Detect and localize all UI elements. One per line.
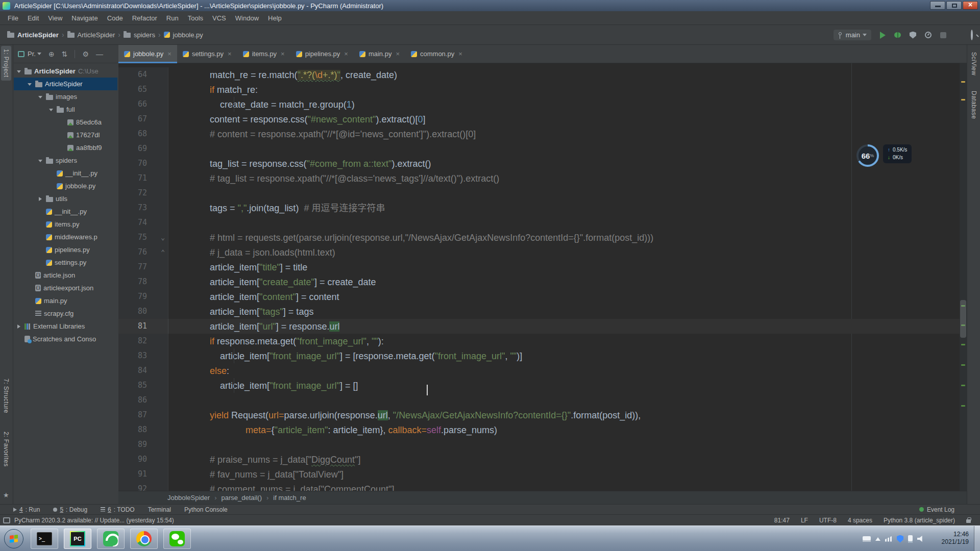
taskbar-app-green-app[interactable]: [97, 529, 125, 549]
tree-item-jobbole.py[interactable]: jobbole.py: [14, 180, 117, 192]
tree-item-settings.py[interactable]: settings.py: [14, 256, 117, 269]
code-text[interactable]: article_item["content"] = content: [168, 289, 960, 304]
line-number[interactable]: 78: [118, 274, 147, 289]
gutter[interactable]: 76⌃: [118, 245, 168, 260]
code-text[interactable]: # j_data = json.loads(html.text): [168, 245, 960, 260]
line-number[interactable]: 75: [118, 230, 147, 245]
code-text[interactable]: [168, 186, 960, 201]
tree-expand-arrow[interactable]: [37, 157, 43, 164]
line-number[interactable]: 79: [118, 289, 147, 304]
gutter[interactable]: 81: [118, 319, 168, 334]
code-text[interactable]: meta={"article_item": article_item}, cal…: [168, 422, 960, 437]
stripe-tab-favorites[interactable]: 2: Favorites: [1, 429, 11, 470]
menu-item-help[interactable]: Help: [263, 12, 286, 24]
gutter[interactable]: 89: [118, 437, 168, 452]
volume-icon[interactable]: [917, 536, 924, 542]
gutter[interactable]: 65: [118, 82, 168, 97]
tree-item-article.json[interactable]: article.json: [14, 269, 117, 282]
device-icon[interactable]: [908, 535, 913, 543]
code-text[interactable]: article_item["tags"] = tags: [168, 304, 960, 319]
line-number[interactable]: 91: [118, 467, 147, 482]
status-item[interactable]: LF: [801, 517, 808, 524]
code-text[interactable]: article_item["url"] = response.url: [168, 319, 960, 334]
gutter[interactable]: 88: [118, 422, 168, 437]
tab-close-icon[interactable]: ×: [396, 50, 400, 58]
menu-item-run[interactable]: Run: [162, 12, 183, 24]
line-number[interactable]: 74: [118, 215, 147, 230]
gutter[interactable]: 83: [118, 348, 168, 363]
gutter[interactable]: 86: [118, 393, 168, 408]
tab-close-icon[interactable]: ×: [228, 50, 232, 58]
tree-item-utils[interactable]: utils: [14, 192, 117, 205]
show-desktop-button[interactable]: [974, 526, 980, 551]
status-message[interactable]: PyCharm 2020.3.2 available: // Update...…: [14, 517, 174, 524]
tree-item-images[interactable]: images: [14, 90, 117, 103]
line-number[interactable]: 66: [118, 97, 147, 112]
toolwindow-button-debug[interactable]: 5: Debug: [53, 506, 87, 513]
hidden-icons-arrow[interactable]: [875, 535, 880, 541]
gutter[interactable]: 75⌄: [118, 230, 168, 245]
tree-expand-arrow[interactable]: [27, 81, 33, 88]
breadcrumb-item[interactable]: spiders: [124, 31, 155, 39]
line-number[interactable]: 90: [118, 452, 147, 467]
line-number[interactable]: 87: [118, 408, 147, 422]
stripe-tab-project[interactable]: 1: Project: [1, 46, 11, 81]
menu-item-vcs[interactable]: VCS: [208, 12, 231, 24]
network-monitor-widget[interactable]: 66 % ↑0.5K/s ↓0K/s: [856, 144, 912, 167]
gutter[interactable]: 85: [118, 378, 168, 393]
coverage-button[interactable]: [910, 32, 916, 39]
tree-item-articleexport.json[interactable]: articleexport.json: [14, 282, 117, 294]
taskbar-app-wechat[interactable]: [163, 529, 191, 549]
tab-close-icon[interactable]: ×: [458, 50, 462, 58]
gutter[interactable]: 78: [118, 274, 168, 289]
status-item[interactable]: UTF-8: [819, 517, 837, 524]
code-text[interactable]: article_item["front_image_url"] = []: [168, 378, 960, 393]
gutter[interactable]: 71: [118, 171, 168, 186]
breadcrumb-item[interactable]: jobbole.py: [164, 31, 203, 39]
gutter[interactable]: 91: [118, 467, 168, 482]
fold-marker-icon[interactable]: ⌃: [161, 245, 165, 260]
gutter[interactable]: 73: [118, 201, 168, 215]
editor-breadcrumb-item[interactable]: parse_detail(): [221, 494, 262, 502]
tree-item-articlespider[interactable]: ArticleSpider C:\Use: [14, 65, 117, 78]
locate-file-icon[interactable]: ⊕: [48, 50, 55, 58]
tree-expand-arrow[interactable]: [16, 324, 22, 329]
line-number[interactable]: 83: [118, 348, 147, 363]
gutter[interactable]: 72: [118, 186, 168, 201]
gutter[interactable]: 66: [118, 97, 168, 112]
memory-usage-ball[interactable]: 66 %: [856, 144, 879, 167]
error-stripe-scrollbar[interactable]: [960, 63, 967, 491]
line-number[interactable]: 67: [118, 112, 147, 127]
run-button[interactable]: [880, 32, 886, 39]
taskbar-app-cmd[interactable]: >_: [31, 529, 58, 549]
tree-item-full[interactable]: full: [14, 103, 117, 116]
line-number[interactable]: 65: [118, 82, 147, 97]
start-button[interactable]: [4, 529, 23, 548]
tree-item-items.py[interactable]: items.py: [14, 218, 117, 231]
stripe-tab-database[interactable]: Database: [969, 88, 979, 122]
code-text[interactable]: if response.meta.get("front_image_url", …: [168, 334, 960, 348]
code-text[interactable]: # praise_nums = j_data["DiggCount"]: [168, 452, 960, 467]
network-signal-icon[interactable]: [885, 536, 892, 542]
minimize-button[interactable]: [930, 1, 945, 10]
line-number[interactable]: 72: [118, 186, 147, 201]
gutter[interactable]: 67: [118, 112, 168, 127]
fold-marker-icon[interactable]: ⌄: [161, 230, 165, 245]
gutter[interactable]: 74: [118, 215, 168, 230]
code-text[interactable]: content = response.css("#news_content").…: [168, 112, 960, 127]
code-text[interactable]: # comment_nums = j_data["CommentCount"]: [168, 482, 960, 491]
close-button[interactable]: [963, 1, 978, 10]
breadcrumb-item[interactable]: ArticleSpider: [67, 31, 115, 39]
gutter[interactable]: 92: [118, 482, 168, 491]
gear-icon[interactable]: ⚙: [82, 50, 89, 58]
menu-item-file[interactable]: File: [3, 12, 23, 24]
code-text[interactable]: [168, 215, 960, 230]
editor-breadcrumb-item[interactable]: JobboleSpider: [167, 494, 210, 502]
project-panel-title[interactable]: Pr.: [28, 50, 41, 58]
gutter[interactable]: 87: [118, 408, 168, 422]
lock-icon[interactable]: [966, 519, 971, 523]
code-text[interactable]: article_item["title"] = title: [168, 260, 960, 274]
tab-items-py[interactable]: items.py×: [237, 45, 290, 63]
input-method-icon[interactable]: [863, 536, 871, 542]
line-number[interactable]: 92: [118, 482, 147, 491]
